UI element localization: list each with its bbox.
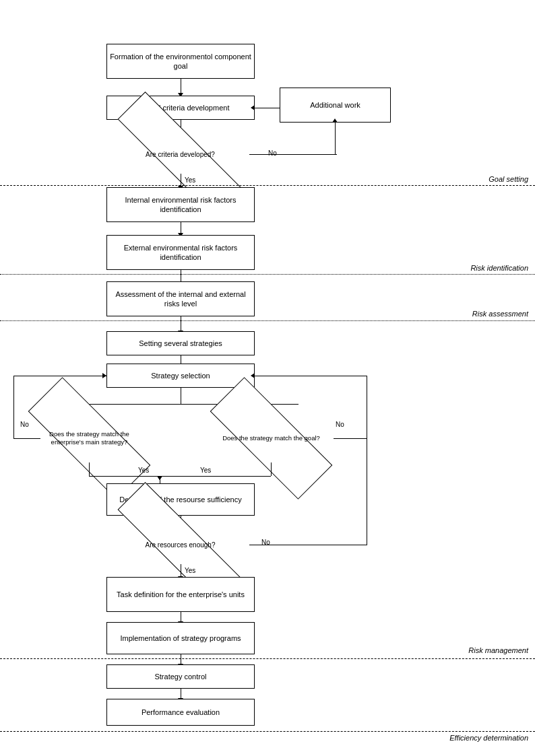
divider-goal-setting [0, 185, 535, 186]
divider-risk-assess [0, 320, 535, 321]
box-implementation: Implementation of strategy programs [106, 622, 255, 654]
label-no2: No [20, 421, 29, 428]
box-formation: Formation of the environmentol component… [106, 44, 255, 79]
box-additional-work: Additional work [280, 88, 391, 123]
box-task-definition: Task definition for the enterprise's uni… [106, 577, 255, 612]
box-setting-strategies: Setting several strategies [106, 331, 255, 355]
label-yes2: Yes [138, 467, 149, 474]
divider-risk-mgmt [0, 658, 535, 659]
box-external-risk: External environmental risk factors iden… [106, 235, 255, 270]
box-strategy-control: Strategy control [106, 664, 255, 689]
label-yes1: Yes [185, 176, 195, 184]
diamond-match-goal: Does the strategy match the goal? [209, 414, 334, 462]
label-efficiency: Efficiency determination [449, 734, 528, 742]
label-yes3: Yes [200, 467, 211, 474]
label-no3: No [336, 421, 344, 428]
label-no1: No [268, 149, 277, 157]
divider-efficiency [0, 731, 535, 732]
label-risk-management: Risk management [468, 646, 528, 654]
label-risk-assessment: Risk assessment [472, 310, 528, 318]
diamond-match-main: Does the strategy match the enterprise's… [27, 414, 152, 462]
box-assessment: Assessment of the internal and external … [106, 281, 255, 316]
label-risk-identification: Risk identification [470, 264, 528, 272]
box-performance: Performance evaluation [106, 699, 255, 726]
diamond-criteria: Are criteria developed? [111, 135, 249, 174]
box-internal-risk: Internal environmental risk factors iden… [106, 187, 255, 222]
diamond-resources: Are resources enough? [111, 525, 249, 564]
box-strategy-selection: Strategy selection [106, 364, 255, 388]
label-goal-setting: Goal setting [489, 175, 528, 183]
diagram-container: Formation of the environmentol component… [0, 0, 535, 756]
divider-risk-id [0, 274, 535, 275]
label-yes4: Yes [185, 567, 195, 574]
